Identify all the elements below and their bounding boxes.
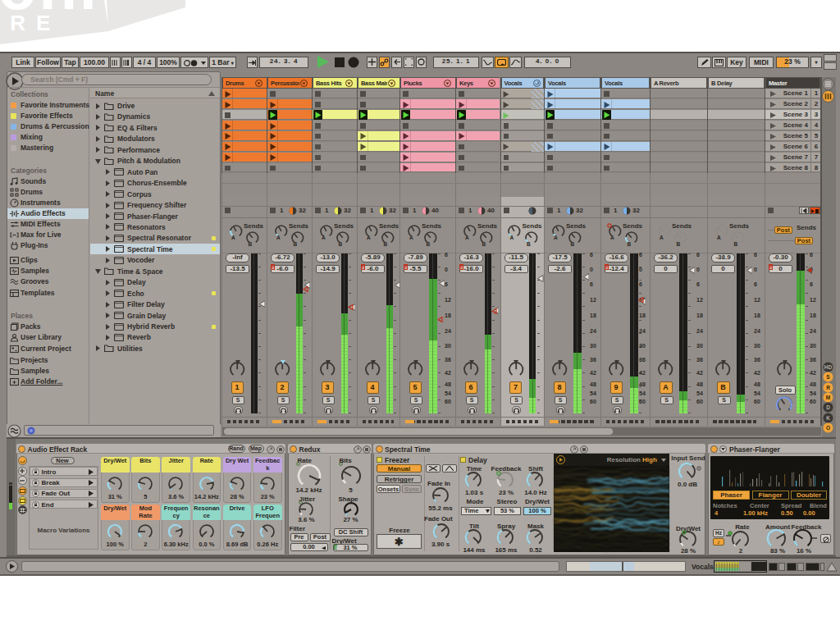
svg-text:M: M: [826, 395, 830, 400]
svg-text:HD: HD: [824, 364, 833, 370]
svg-text:ORE: ORE: [0, 11, 61, 35]
svg-text:S: S: [826, 374, 830, 380]
svg-text:R: R: [826, 385, 830, 390]
svg-text:O: O: [826, 425, 830, 431]
svg-text:K: K: [826, 415, 830, 421]
svg-text:D: D: [826, 404, 830, 410]
